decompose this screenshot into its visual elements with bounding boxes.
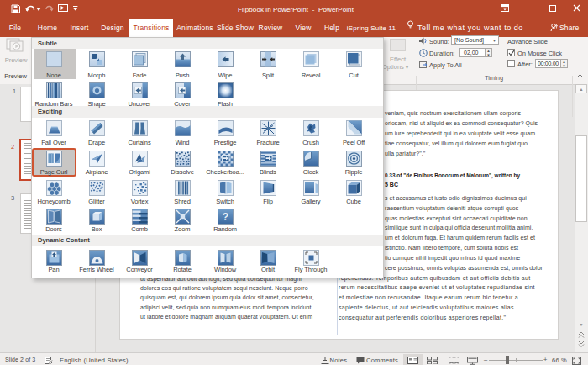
svg-text:?: ? [222, 211, 228, 223]
